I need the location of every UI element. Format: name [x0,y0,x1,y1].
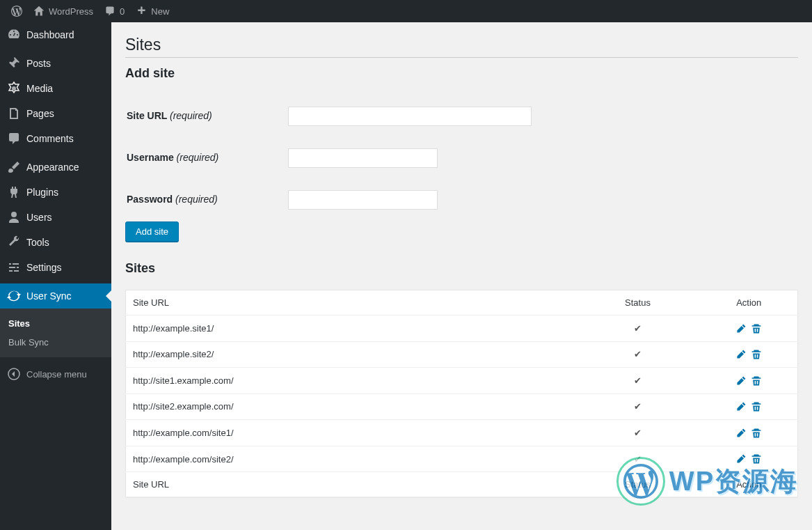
edit-button[interactable] [733,375,749,385]
wordpress-logo-icon [11,6,22,17]
sync-icon [7,289,21,303]
th-action[interactable]: Action [701,290,798,315]
check-icon: ✔ [634,401,642,412]
new-content-menu[interactable]: New [130,0,175,22]
cell-site-url: http://example.site1/ [126,315,575,342]
trash-icon [751,453,762,465]
trash-icon [751,375,762,387]
cell-site-url: http://example.site2/ [126,341,575,368]
new-label: New [151,6,169,17]
tf-action[interactable]: Action [701,472,798,497]
submenu-usersync: Sites Bulk Sync [0,309,111,357]
sidebar-label: Appearance [26,162,79,173]
th-status[interactable]: Status [575,290,701,315]
wp-logo-menu[interactable] [6,0,28,22]
cell-site-url: http://example.com/site1/ [126,420,575,446]
check-icon: ✔ [634,454,642,465]
sidebar-label: Dashboard [26,29,74,40]
sliders-icon [7,260,21,274]
add-site-form: Site URL (required) Username (required) … [125,95,798,221]
check-icon: ✔ [634,428,642,438]
edit-button[interactable] [733,401,749,412]
pencil-icon [735,375,747,387]
submenu-item-sites[interactable]: Sites [0,314,111,333]
sidebar-label: User Sync [26,290,72,302]
add-site-button[interactable]: Add site [125,221,179,242]
sidebar-label: Posts [26,58,51,69]
admin-sidebar: Dashboard Posts Media Pages Comments App… [0,22,111,530]
add-site-heading: Add site [125,66,798,81]
table-row: http://example.site2/✔ [126,341,798,368]
home-icon [33,6,45,17]
sidebar-item-posts[interactable]: Posts [0,51,111,76]
edit-button[interactable] [733,427,749,437]
media-icon [7,81,21,95]
comment-icon [7,132,21,146]
plug-icon [7,185,21,199]
edit-button[interactable] [733,349,749,359]
trash-icon [751,401,762,412]
check-icon: ✔ [634,323,642,334]
password-input[interactable] [288,190,438,210]
sidebar-item-tools[interactable]: Tools [0,230,111,255]
title-separator [125,57,798,58]
site-name-menu[interactable]: WordPress [28,0,99,22]
cell-action [701,341,798,368]
sidebar-item-dashboard[interactable]: Dashboard [0,22,111,47]
comments-count: 0 [120,6,125,17]
cell-status: ✔ [575,393,701,420]
cell-action [701,368,798,394]
site-url-label: Site URL (required) [127,96,280,137]
page-title: Sites [125,29,798,57]
sidebar-label: Plugins [26,187,58,198]
username-label: Username (required) [127,138,280,178]
cell-status: ✔ [575,420,701,446]
delete-button[interactable] [749,427,764,437]
comment-icon [104,6,116,17]
submenu-item-bulksync[interactable]: Bulk Sync [0,333,111,352]
cell-action [701,420,798,446]
comments-menu[interactable]: 0 [99,0,130,22]
site-url-input[interactable] [288,107,532,126]
sidebar-item-usersync[interactable]: User Sync [0,283,111,309]
cell-site-url: http://site1.example.com/ [126,368,575,394]
pencil-icon [735,401,747,412]
cell-action [701,393,798,420]
sidebar-item-appearance[interactable]: Appearance [0,155,111,180]
sidebar-item-media[interactable]: Media [0,76,111,101]
collapse-menu[interactable]: Collapse menu [0,361,111,387]
pencil-icon [735,428,747,439]
sidebar-item-comments[interactable]: Comments [0,126,111,151]
sidebar-item-plugins[interactable]: Plugins [0,180,111,205]
tf-site-url[interactable]: Site URL [126,472,575,497]
sidebar-label: Settings [26,262,62,273]
table-row: http://example.com/site1/✔ [126,420,798,446]
username-input[interactable] [288,148,438,168]
plus-icon [136,6,147,17]
password-label: Password (required) [127,180,280,220]
th-site-url[interactable]: Site URL [126,290,575,315]
delete-button[interactable] [749,375,764,385]
sidebar-label: Comments [26,133,74,144]
trash-icon [751,323,762,334]
delete-button[interactable] [749,349,764,359]
admin-bar: WordPress 0 New [0,0,812,22]
sidebar-item-pages[interactable]: Pages [0,101,111,126]
wrench-icon [7,235,21,249]
check-icon: ✔ [634,349,642,359]
delete-button[interactable] [749,401,764,412]
dashboard-icon [7,28,21,42]
collapse-icon [7,367,21,381]
delete-button[interactable] [749,322,764,333]
delete-button[interactable] [749,453,764,464]
tf-status[interactable]: Status [575,472,701,497]
sidebar-label: Media [26,83,53,94]
cell-action [701,446,798,472]
page-icon [7,107,21,120]
edit-button[interactable] [733,453,749,464]
sidebar-item-settings[interactable]: Settings [0,255,111,280]
edit-button[interactable] [733,322,749,333]
table-row: http://site2.example.com/✔ [126,393,798,420]
sidebar-item-users[interactable]: Users [0,205,111,230]
pin-icon [7,56,21,70]
